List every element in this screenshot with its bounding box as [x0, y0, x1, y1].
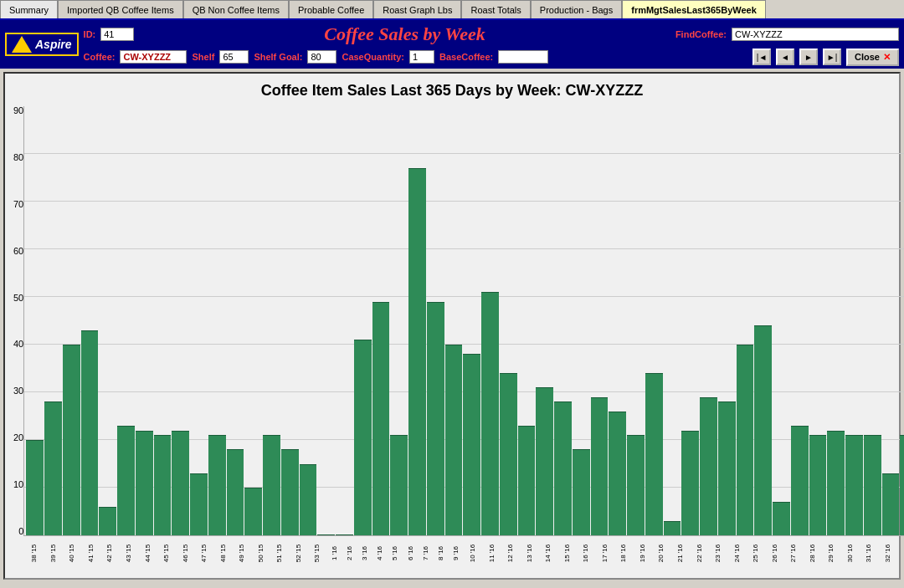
x-label-col: 39 '15: [44, 536, 63, 570]
bar: [845, 435, 863, 535]
bar: [300, 464, 317, 536]
bar: [172, 431, 189, 535]
header-row1: ID: Coffee Sales by Week FindCoffee:: [84, 23, 899, 45]
x-label-col: 45 '15: [157, 536, 176, 570]
close-button[interactable]: Close ✕: [846, 49, 899, 66]
shelf-goal-input[interactable]: [307, 50, 336, 64]
x-label-col: 13 '16: [521, 536, 539, 570]
tab-probable-coffee[interactable]: Probable Coffee: [289, 0, 373, 18]
x-label-col: 14 '16: [539, 536, 557, 570]
x-label-text: 42 '15: [106, 545, 114, 563]
bar-col: [591, 106, 609, 535]
bar: [645, 373, 663, 535]
x-label-text: 26 '16: [771, 545, 778, 563]
x-label-col: 40 '15: [63, 536, 81, 570]
x-label-col: 1 '16: [327, 536, 342, 570]
id-field[interactable]: [100, 28, 134, 41]
bar: [154, 435, 172, 535]
bar-col: [336, 106, 353, 535]
case-qty-input[interactable]: [409, 50, 434, 64]
x-label-col: 31 '16: [860, 536, 878, 570]
bar-col: [864, 106, 881, 535]
bar-col: [81, 106, 99, 535]
base-coffee-input[interactable]: [498, 50, 548, 64]
find-coffee-input[interactable]: [732, 28, 899, 41]
tab-production-bags[interactable]: Production - Bags: [531, 0, 622, 18]
x-label-text: 6 '16: [407, 546, 414, 560]
bar: [227, 449, 244, 535]
x-label-text: 52 '15: [295, 545, 302, 563]
bar-col: [518, 106, 536, 535]
tab-imported-qb[interactable]: Imported QB Coffee Items: [58, 0, 183, 18]
bar: [117, 426, 135, 535]
close-icon: ✕: [883, 52, 891, 63]
x-label-text: 2 '16: [346, 546, 353, 560]
chart-container: 90 80 70 60 50 40 30 20 10 0 38 '1539 '1…: [13, 106, 891, 570]
x-label-text: 21 '16: [676, 545, 684, 563]
x-label-text: 23 '16: [714, 545, 722, 563]
nav-next-button[interactable]: ►: [799, 49, 818, 65]
bar: [26, 440, 44, 535]
bar-col: [573, 106, 590, 535]
bar: [81, 330, 99, 535]
bar-col: [372, 106, 390, 535]
y-label-10: 10: [13, 480, 23, 489]
bar-col: [718, 106, 736, 535]
bar-col: [554, 106, 572, 535]
x-label-text: 51 '15: [276, 545, 284, 563]
bar: [481, 292, 499, 535]
bar: [99, 507, 116, 535]
nav-last-button[interactable]: ►|: [823, 49, 841, 65]
x-label-text: 43 '15: [125, 545, 132, 563]
x-label-text: 50 '15: [257, 545, 265, 563]
tab-qb-non-coffee[interactable]: QB Non Coffee Items: [183, 0, 289, 18]
x-label-text: 18 '16: [620, 545, 628, 563]
id-label: ID:: [84, 29, 96, 39]
bar-col: [172, 106, 189, 535]
bar-col: [700, 106, 717, 535]
x-label-col: 27 '16: [784, 536, 803, 570]
bar-col: [26, 106, 44, 535]
nav-first-button[interactable]: |◄: [752, 49, 771, 65]
nav-prev-button[interactable]: ◄: [776, 49, 794, 65]
bar: [681, 431, 699, 535]
x-label-col: 32 '16: [879, 536, 897, 570]
x-label-col: 8 '16: [434, 536, 448, 570]
x-label-text: 13 '16: [526, 545, 533, 563]
tab-summary[interactable]: Summary: [0, 0, 58, 18]
logo-text: Aspire: [35, 38, 72, 51]
bar: [281, 449, 299, 535]
coffee-input[interactable]: [120, 50, 187, 64]
x-label-col: 28 '16: [804, 536, 822, 570]
shelf-input[interactable]: [219, 50, 249, 64]
x-label-col: 26 '16: [766, 536, 784, 570]
bar-col: [445, 106, 463, 535]
tab-frm-mgt-sales[interactable]: frmMgtSalesLast365ByWeek: [622, 0, 766, 18]
bar: [554, 401, 572, 535]
bar-col: [791, 106, 809, 535]
y-label-30: 30: [13, 386, 23, 396]
bar-col: [681, 106, 699, 535]
bar: [864, 435, 881, 535]
bar: [244, 488, 262, 535]
x-label-col: 20 '16: [652, 536, 670, 570]
x-label-col: 33 '16: [898, 536, 904, 570]
y-label-80: 80: [13, 153, 23, 162]
bar-col: [190, 106, 208, 535]
x-label-text: 5 '16: [391, 546, 398, 560]
bar: [317, 534, 335, 535]
x-label-col: 41 '15: [82, 536, 100, 570]
case-qty-label: CaseQuantity:: [342, 52, 404, 62]
tab-roast-totals[interactable]: Roast Totals: [461, 0, 530, 18]
x-label-text: 48 '15: [219, 545, 227, 563]
x-label-text: 45 '15: [162, 545, 170, 563]
tab-roast-graph-lbs[interactable]: Roast Graph Lbs: [373, 0, 461, 18]
x-label-text: 10 '16: [469, 545, 476, 563]
x-labels: 38 '1539 '1540 '1541 '1542 '1543 '1544 '…: [23, 536, 904, 570]
x-label-col: 29 '16: [822, 536, 840, 570]
bar-col: [281, 106, 299, 535]
tab-bar: Summary Imported QB Coffee Items QB Non …: [0, 0, 904, 20]
bar-col: [627, 106, 645, 535]
x-label-text: 28 '16: [809, 545, 816, 563]
x-label-text: 24 '16: [733, 545, 741, 563]
